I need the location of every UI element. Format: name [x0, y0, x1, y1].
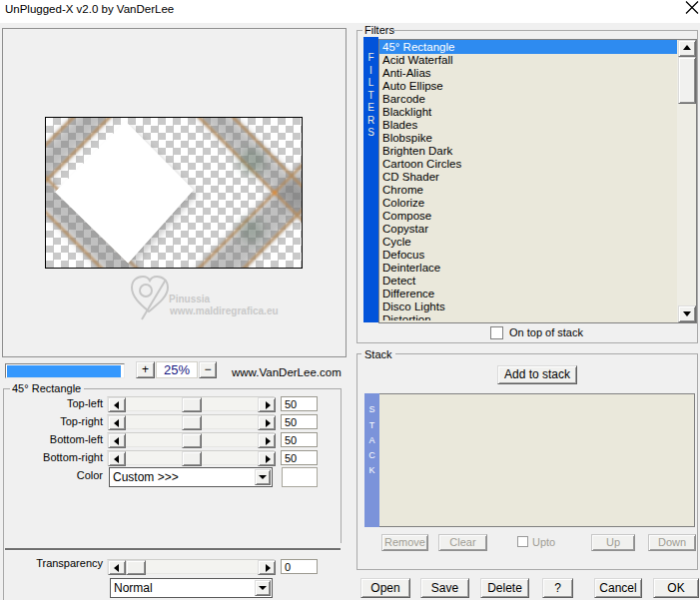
svg-text:www.maldiregrafica.eu: www.maldiregrafica.eu [169, 305, 279, 316]
svg-text:Pinussia: Pinussia [169, 294, 211, 304]
